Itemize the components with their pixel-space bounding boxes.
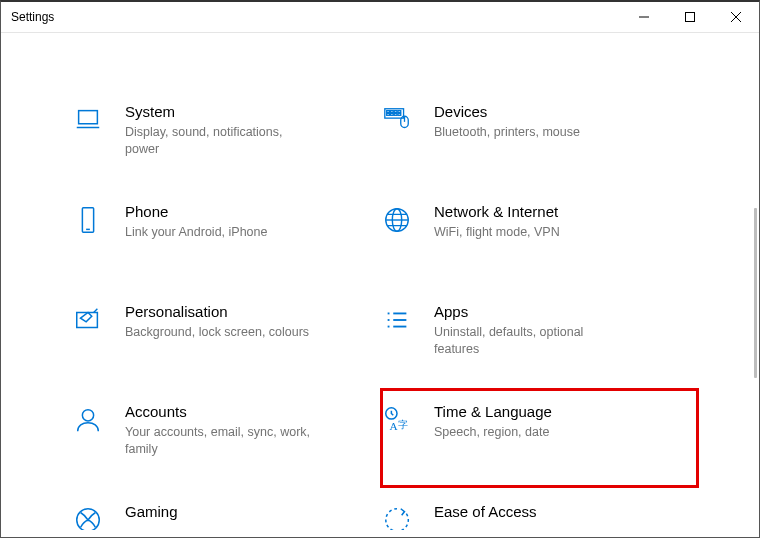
svg-rect-12 <box>394 113 397 115</box>
time-language-icon: A 字 <box>380 403 414 437</box>
category-sub: Bluetooth, printers, mouse <box>434 124 580 141</box>
category-title: Ease of Access <box>434 503 537 521</box>
category-sub: Your accounts, email, sync, work, family <box>125 424 315 458</box>
category-title: Personalisation <box>125 303 309 321</box>
category-devices[interactable]: Devices Bluetooth, printers, mouse <box>380 88 699 188</box>
category-sub: Uninstall, defaults, optional features <box>434 324 624 358</box>
category-sub: Display, sound, notifications, power <box>125 124 315 158</box>
category-title: Network & Internet <box>434 203 560 221</box>
category-personalisation[interactable]: Personalisation Background, lock screen,… <box>61 288 380 388</box>
title-bar: Settings <box>1 2 759 33</box>
svg-point-28 <box>82 410 93 421</box>
svg-rect-4 <box>79 111 98 124</box>
minimize-button[interactable] <box>621 2 667 32</box>
category-title: Time & Language <box>434 403 552 421</box>
svg-rect-10 <box>387 113 390 115</box>
category-system[interactable]: System Display, sound, notifications, po… <box>61 88 380 188</box>
category-gaming[interactable]: Gaming <box>61 488 380 530</box>
category-apps[interactable]: Apps Uninstall, defaults, optional featu… <box>380 288 699 388</box>
category-sub: Background, lock screen, colours <box>125 324 309 341</box>
category-title: System <box>125 103 315 121</box>
phone-icon <box>71 203 105 237</box>
category-title: Phone <box>125 203 267 221</box>
devices-icon <box>380 103 414 137</box>
person-icon <box>71 403 105 437</box>
svg-text:字: 字 <box>398 419 408 430</box>
svg-rect-1 <box>686 13 695 22</box>
window-title: Settings <box>11 10 54 24</box>
category-title: Devices <box>434 103 580 121</box>
category-phone[interactable]: Phone Link your Android, iPhone <box>61 188 380 288</box>
paintbrush-icon <box>71 303 105 337</box>
category-time-language[interactable]: A 字 Time & Language Speech, region, date <box>380 388 699 488</box>
settings-grid: System Display, sound, notifications, po… <box>1 33 759 530</box>
category-sub: WiFi, flight mode, VPN <box>434 224 560 241</box>
svg-rect-9 <box>398 111 401 113</box>
settings-content: System Display, sound, notifications, po… <box>1 33 759 537</box>
svg-rect-7 <box>390 111 393 113</box>
category-accounts[interactable]: Accounts Your accounts, email, sync, wor… <box>61 388 380 488</box>
svg-rect-11 <box>390 113 393 115</box>
svg-rect-6 <box>387 111 390 113</box>
laptop-icon <box>71 103 105 137</box>
list-icon <box>380 303 414 337</box>
close-button[interactable] <box>713 2 759 32</box>
category-sub: Speech, region, date <box>434 424 552 441</box>
window-controls <box>621 2 759 32</box>
xbox-icon <box>71 503 105 530</box>
category-title: Accounts <box>125 403 315 421</box>
ease-of-access-icon <box>380 503 414 530</box>
globe-icon <box>380 203 414 237</box>
svg-rect-13 <box>398 113 401 115</box>
category-title: Gaming <box>125 503 178 521</box>
svg-rect-16 <box>82 208 93 232</box>
category-sub: Link your Android, iPhone <box>125 224 267 241</box>
category-title: Apps <box>434 303 624 321</box>
scrollbar[interactable] <box>754 208 757 378</box>
category-network[interactable]: Network & Internet WiFi, flight mode, VP… <box>380 188 699 288</box>
svg-rect-8 <box>394 111 397 113</box>
category-ease-of-access[interactable]: Ease of Access <box>380 488 699 530</box>
maximize-button[interactable] <box>667 2 713 32</box>
